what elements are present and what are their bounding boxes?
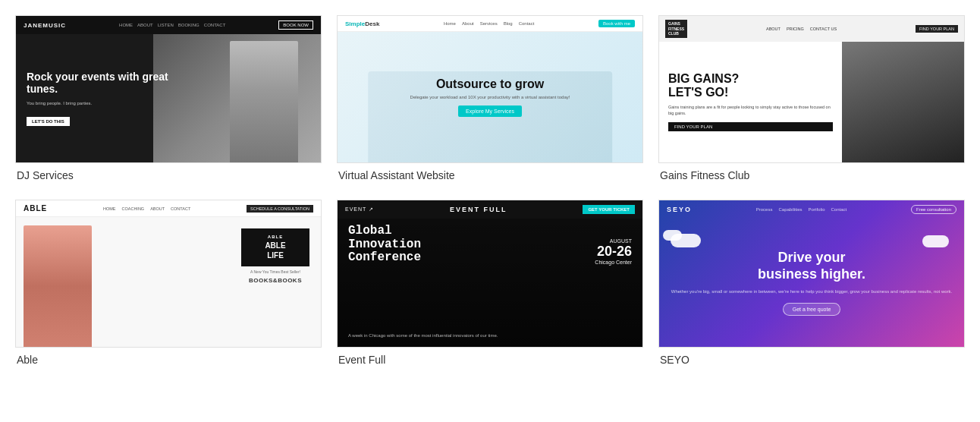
gains-nav: ABOUT PRICING CONTACT US: [766, 27, 837, 31]
janemusic-nav-home: HOME: [119, 23, 133, 27]
gains-plan-button[interactable]: FIND YOUR PLAN: [916, 25, 958, 33]
card-gains-label: Gains Fitness Club: [658, 169, 965, 181]
able-nav: HOME COACHING ABOUT CONTACT: [103, 206, 190, 211]
card-seyo-label: SEYO: [658, 354, 965, 366]
card-eventfull[interactable]: EVENT ↗ EVENT FULL GET YOUR TICKET Globa…: [337, 200, 643, 366]
janemusic-nav-about: ABOUT: [137, 23, 153, 27]
janemusic-logo: JANEMUSIC: [24, 22, 66, 29]
card-able-label: Able: [15, 354, 322, 366]
simpledesk-nav: Home About Services Blog Contact: [444, 21, 534, 26]
simpledesk-logo: SimpleDesk: [345, 20, 379, 27]
card-gains[interactable]: GAINSFITNESSCLUB ABOUT PRICING CONTACT U…: [658, 15, 965, 181]
seyo-cloud-left-small: [663, 230, 682, 241]
seyo-cloud-right: [922, 235, 949, 247]
gains-cta-button[interactable]: FIND YOUR PLAN: [668, 122, 833, 131]
janemusic-nav-contact: CONTACT: [204, 23, 226, 27]
card-simpledesk-label: Virtual Assistant Website: [337, 169, 643, 181]
card-simpledesk-preview[interactable]: SimpleDesk Home About Services Blog Cont…: [337, 15, 643, 163]
janemusic-nav-booking: BOOKING: [178, 23, 199, 27]
janemusic-book-button[interactable]: BOOK NOW: [278, 20, 313, 30]
card-seyo-preview[interactable]: SEYO Process Capabilities Portfolio Cont…: [658, 200, 965, 348]
eventfull-subtext: A week in Chicago with some of the most …: [348, 332, 632, 339]
card-eventfull-preview[interactable]: EVENT ↗ EVENT FULL GET YOUR TICKET Globa…: [337, 200, 643, 348]
card-seyo[interactable]: SEYO Process Capabilities Portfolio Cont…: [658, 200, 965, 366]
able-person-image: [24, 225, 92, 347]
seyo-subtext: Whether you're big, small or somewhere i…: [671, 288, 952, 295]
card-janemusic-label: DJ Services: [15, 169, 322, 181]
card-janemusic-preview[interactable]: JANEMUSIC HOME ABOUT LISTEN BOOKING CONT…: [15, 15, 322, 163]
eventfull-tag: EVENT ↗: [345, 206, 374, 213]
eventfull-ticket-button[interactable]: GET YOUR TICKET: [583, 205, 635, 214]
gains-headline: BIG GAINS?LET'S GO!: [668, 72, 833, 99]
simpledesk-cta-button[interactable]: Explore My Services: [458, 106, 522, 117]
janemusic-subtext: You bring people. I bring parties.: [27, 100, 183, 106]
template-gallery: JANEMUSIC HOME ABOUT LISTEN BOOKING CONT…: [15, 15, 965, 366]
eventfull-title: EVENT FULL: [450, 206, 507, 213]
card-gains-preview[interactable]: GAINSFITNESSCLUB ABOUT PRICING CONTACT U…: [658, 15, 965, 163]
seyo-nav: Process Capabilities Portfolio Contact: [756, 207, 847, 212]
able-book: ABLE ABLELIFE A New You Times Best Selle…: [241, 228, 309, 284]
gains-subtext: Gains training plans are a fit for peopl…: [668, 104, 833, 117]
janemusic-headline: Rock your events with great tunes.: [27, 71, 183, 96]
seyo-logo: SEYO: [667, 206, 692, 213]
simpledesk-book-button[interactable]: Book with me: [598, 20, 635, 27]
able-logo: ABLE: [24, 204, 47, 213]
able-store-label: BOOKS&BOOKS: [241, 277, 309, 284]
seyo-cta-button[interactable]: Get a free quote: [783, 303, 841, 316]
simpledesk-headline: Outsource to grow: [436, 77, 544, 91]
card-janemusic[interactable]: JANEMUSIC HOME ABOUT LISTEN BOOKING CONT…: [15, 15, 322, 181]
janemusic-cta-button[interactable]: LET'S DO THIS: [27, 117, 70, 126]
eventfull-headline: GlobalInnovationConference: [348, 225, 421, 265]
card-able-preview[interactable]: ABLE HOME COACHING ABOUT CONTACT SCHEDUL…: [15, 200, 322, 348]
seyo-consult-button[interactable]: Free consultation: [911, 205, 956, 214]
gains-hero-image: [842, 42, 964, 163]
janemusic-nav: HOME ABOUT LISTEN BOOKING CONTACT: [119, 23, 225, 27]
gains-logo: GAINSFITNESSCLUB: [665, 20, 687, 38]
simpledesk-subtext: Delegate your workload and 10X your prod…: [410, 95, 570, 99]
janemusic-nav-listen: LISTEN: [158, 23, 174, 27]
able-consult-button[interactable]: SCHEDULE A CONSULTATION: [247, 205, 313, 213]
seyo-headline: Drive yourbusiness higher.: [758, 250, 865, 282]
card-simpledesk[interactable]: SimpleDesk Home About Services Blog Cont…: [337, 15, 643, 181]
card-able[interactable]: ABLE HOME COACHING ABOUT CONTACT SCHEDUL…: [15, 200, 322, 366]
eventfull-date: August 20-26 Chicago Center: [595, 238, 632, 265]
able-nyt-label: A New You Times Best Seller!: [241, 269, 309, 274]
card-eventfull-label: Event Full: [337, 354, 643, 366]
